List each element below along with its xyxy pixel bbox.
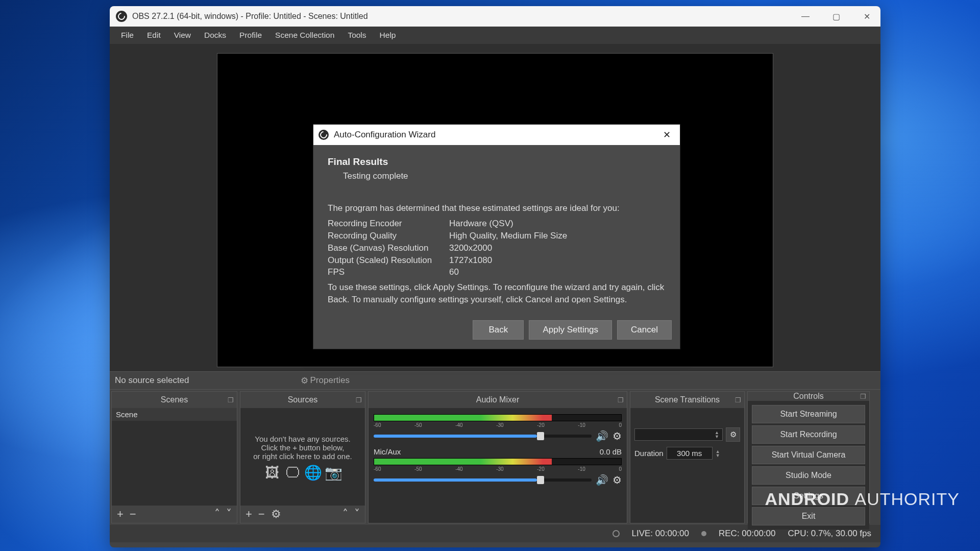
image-icon: 🖼 — [263, 466, 281, 479]
menu-docks[interactable]: Docks — [198, 29, 232, 42]
sources-empty-line1: You don't have any sources. — [255, 435, 350, 443]
volume-slider[interactable] — [374, 478, 592, 482]
scene-up-button[interactable]: ˄ — [214, 508, 220, 521]
watermark: ANDROID AUTHORITY — [765, 489, 960, 509]
status-live: LIVE: 00:00:00 — [632, 529, 689, 539]
result-key: Base (Canvas) Resolution — [328, 242, 449, 254]
broadcast-icon — [612, 530, 620, 537]
start-streaming-button[interactable]: Start Streaming — [752, 405, 865, 423]
transitions-title: Scene Transitions — [655, 395, 720, 404]
source-toolbar: No source selected ⚙ Properties — [110, 371, 880, 390]
result-val: High Quality, Medium File Size — [449, 230, 567, 242]
scenes-panel: Scenes❐ Scene + − ˄ ˅ — [111, 391, 237, 523]
sources-empty-line3: or right click here to add one. — [253, 452, 352, 461]
sources-title: Sources — [288, 395, 318, 404]
minimize-button[interactable]: — — [798, 12, 813, 21]
menu-view[interactable]: View — [168, 29, 197, 42]
menu-file[interactable]: File — [115, 29, 140, 42]
audio-meter — [374, 458, 622, 465]
speaker-icon[interactable]: 🔊 — [596, 430, 608, 442]
properties-label: Properties — [310, 375, 350, 386]
mixer-mic-row: Mic/Aux 0.0 dB -60-50-40-30-20-100 🔊 ⚙ — [374, 447, 622, 486]
transition-settings-button[interactable]: ⚙ — [726, 427, 740, 442]
result-val: 1727x1080 — [449, 254, 492, 267]
cancel-button[interactable]: Cancel — [617, 320, 672, 340]
scene-item[interactable]: Scene — [112, 408, 237, 421]
start-virtual-camera-button[interactable]: Start Virtual Camera — [752, 446, 865, 464]
source-settings-button[interactable]: ⚙ — [271, 508, 281, 521]
apply-settings-button[interactable]: Apply Settings — [529, 320, 612, 340]
result-val: 3200x2000 — [449, 242, 492, 254]
result-key: Output (Scaled) Resolution — [328, 254, 449, 267]
source-up-button[interactable]: ˄ — [342, 508, 348, 521]
mic-db: 0.0 dB — [600, 447, 622, 456]
result-val: Hardware (QSV) — [449, 218, 513, 230]
duration-input[interactable]: 300 ms — [667, 447, 713, 460]
mixer-desktop-row: -60-50-40-30-20-100 🔊 ⚙ — [374, 414, 622, 442]
wizard-intro: The program has determined that these es… — [328, 202, 666, 214]
status-cpu: CPU: 0.7%, 30.00 fps — [788, 529, 871, 539]
popout-icon[interactable]: ❐ — [356, 396, 362, 404]
camera-icon: 📷 — [325, 466, 342, 479]
result-key: FPS — [328, 266, 449, 278]
gear-icon: ⚙ — [301, 375, 308, 386]
mixer-title: Audio Mixer — [476, 395, 519, 404]
result-val: 60 — [449, 266, 459, 278]
scene-down-button[interactable]: ˅ — [226, 508, 232, 521]
back-button[interactable]: Back — [473, 320, 524, 340]
scene-list[interactable]: Scene — [112, 408, 237, 506]
record-dot-icon — [701, 531, 706, 536]
menu-scene-collection[interactable]: Scene Collection — [269, 29, 340, 42]
menu-profile[interactable]: Profile — [233, 29, 268, 42]
add-scene-button[interactable]: + — [117, 508, 124, 521]
result-key: Recording Encoder — [328, 218, 449, 230]
wizard-titlebar[interactable]: Auto-Configuration Wizard ✕ — [313, 125, 680, 145]
sources-empty-line2: Click the + button below, — [261, 443, 344, 452]
obs-logo-icon — [318, 130, 329, 140]
audio-mixer-panel: Audio Mixer❐ -60-50-40-30-20-100 🔊 ⚙ Mic… — [368, 391, 627, 523]
wizard-results-table: Recording EncoderHardware (QSV) Recordin… — [328, 218, 666, 278]
transitions-panel: Scene Transitions❐ ▲▼ ⚙ Duration 300 ms … — [630, 391, 745, 523]
obs-logo-icon — [116, 11, 127, 22]
no-source-label: No source selected — [115, 375, 189, 386]
gear-icon[interactable]: ⚙ — [612, 430, 622, 442]
auto-config-wizard-dialog: Auto-Configuration Wizard ✕ Final Result… — [313, 124, 680, 349]
start-recording-button[interactable]: Start Recording — [752, 425, 865, 444]
add-source-button[interactable]: + — [246, 508, 252, 521]
popout-icon[interactable]: ❐ — [735, 396, 741, 404]
sources-empty[interactable]: You don't have any sources. Click the + … — [240, 408, 365, 506]
source-down-button[interactable]: ˅ — [354, 508, 360, 521]
menu-edit[interactable]: Edit — [141, 29, 167, 42]
speaker-icon[interactable]: 🔊 — [596, 474, 608, 486]
wizard-heading: Final Results — [328, 155, 666, 169]
studio-mode-button[interactable]: Studio Mode — [752, 466, 865, 485]
duration-spinner[interactable]: ▲▼ — [716, 449, 720, 458]
status-rec: REC: 00:00:00 — [719, 529, 776, 539]
remove-source-button[interactable]: − — [258, 508, 265, 521]
scenes-title: Scenes — [161, 395, 188, 404]
sources-panel: Sources❐ You don't have any sources. Cli… — [240, 391, 365, 523]
maximize-button[interactable]: ▢ — [828, 12, 844, 21]
popout-icon[interactable]: ❐ — [860, 393, 866, 400]
transition-select[interactable]: ▲▼ — [634, 428, 723, 441]
menu-tools[interactable]: Tools — [341, 29, 372, 42]
globe-icon: 🌐 — [304, 466, 322, 479]
window-title: OBS 27.2.1 (64-bit, windows) - Profile: … — [132, 12, 368, 21]
gear-icon[interactable]: ⚙ — [612, 474, 622, 486]
wizard-close-button[interactable]: ✕ — [659, 129, 675, 140]
properties-button[interactable]: ⚙ Properties — [301, 375, 350, 386]
controls-title: Controls — [793, 392, 824, 401]
popout-icon[interactable]: ❐ — [618, 396, 624, 404]
menu-help[interactable]: Help — [374, 29, 402, 42]
close-button[interactable]: ✕ — [859, 12, 874, 21]
audio-meter — [374, 414, 622, 421]
remove-scene-button[interactable]: − — [130, 508, 136, 521]
titlebar[interactable]: OBS 27.2.1 (64-bit, windows) - Profile: … — [110, 6, 880, 27]
result-key: Recording Quality — [328, 230, 449, 242]
monitor-icon: 🖵 — [284, 466, 301, 479]
wizard-title: Auto-Configuration Wizard — [334, 130, 435, 140]
menubar: File Edit View Docks Profile Scene Colle… — [110, 27, 880, 44]
exit-button[interactable]: Exit — [752, 507, 865, 525]
volume-slider[interactable] — [374, 435, 592, 438]
popout-icon[interactable]: ❐ — [228, 396, 234, 404]
